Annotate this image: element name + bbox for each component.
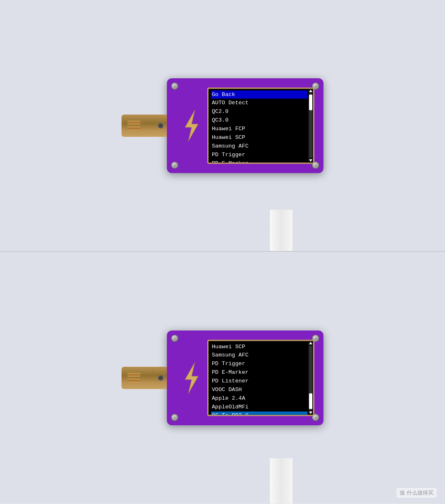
menu-bottom: Huawei SCP Samsung AFC PD Trigger PD E-M… [208,341,308,415]
scroll-thumb-b[interactable] [309,393,312,409]
menu-top: Go Back AUTO Detect QC2.0 QC3.0 Huawei F… [208,89,308,162]
panel-top: Go Back AUTO Detect QC2.0 QC3.0 Huawei F… [0,0,445,252]
logo-top [179,109,204,142]
screw-bl-b [171,414,178,421]
device-top: Go Back AUTO Detect QC2.0 QC3.0 Huawei F… [122,78,323,173]
menu-item-pd-emarker[interactable]: PD E-Marker [211,159,307,164]
screen-top: Go Back AUTO Detect QC2.0 QC3.0 Huawei F… [207,87,314,164]
watermark: 值 什么值得买 [396,488,437,498]
menu-item-samsung-afc-b[interactable]: Samsung AFC [211,351,307,360]
menu-item-go-back[interactable]: Go Back [211,90,307,99]
pcb-bottom: Huawei SCP Samsung AFC PD Trigger PD E-M… [167,331,323,425]
scrollbar-bottom[interactable] [308,341,313,415]
menu-item-auto-detect[interactable]: AUTO Detect [211,99,307,108]
screw-tl [171,82,178,90]
menu-item-pd-emarker-b[interactable]: PD E-Marker [211,368,307,377]
scroll-down-arrow-b[interactable] [309,411,312,414]
svg-marker-1 [185,362,198,394]
logo-bottom [179,361,204,394]
menu-item-qc3[interactable]: QC3.0 [211,116,307,125]
menu-item-pd-listener[interactable]: PD Listener [211,377,307,386]
screw-bl [171,162,178,169]
menu-item-vooc-dash[interactable]: VOOC DASH [211,386,307,394]
menu-item-apple-old-mfi[interactable]: AppleOldMFi [211,403,307,411]
svg-marker-0 [185,110,198,141]
screw-tl-b [171,335,178,342]
scroll-down-arrow[interactable] [309,159,312,162]
menu-item-huawei-fcp[interactable]: Huawei FCP [211,125,307,134]
menu-item-pd-trigger[interactable]: PD Trigger [211,150,307,159]
menu-item-qc2[interactable]: QC2.0 [211,108,307,116]
scroll-track-b [309,346,312,410]
menu-item-qc-pd2[interactable]: QC To PD2.0 [211,411,307,416]
pcb-top: Go Back AUTO Detect QC2.0 QC3.0 Huawei F… [167,78,323,173]
menu-item-apple-24a[interactable]: Apple 2.4A [211,394,307,403]
menu-item-samsung-afc[interactable]: Samsung AFC [211,142,307,151]
cable-top [270,210,293,251]
device-bottom: Huawei SCP Samsung AFC PD Trigger PD E-M… [122,331,323,425]
menu-item-huawei-scp[interactable]: Huawei SCP [211,134,307,142]
panel-bottom: Huawei SCP Samsung AFC PD Trigger PD E-M… [0,252,445,504]
usb-connector-bottom [122,367,167,389]
scroll-thumb[interactable] [309,94,312,110]
scroll-up-arrow[interactable] [309,89,312,92]
cable-bottom [270,458,293,504]
scrollbar-top[interactable] [308,89,313,162]
screen-bottom: Huawei SCP Samsung AFC PD Trigger PD E-M… [207,340,314,416]
scroll-track [309,94,312,157]
scroll-up-arrow-b[interactable] [309,342,312,344]
usb-connector-top [122,115,167,137]
menu-item-huawei-scp-b[interactable]: Huawei SCP [211,342,307,351]
menu-item-pd-trigger-b[interactable]: PD Trigger [211,360,307,368]
